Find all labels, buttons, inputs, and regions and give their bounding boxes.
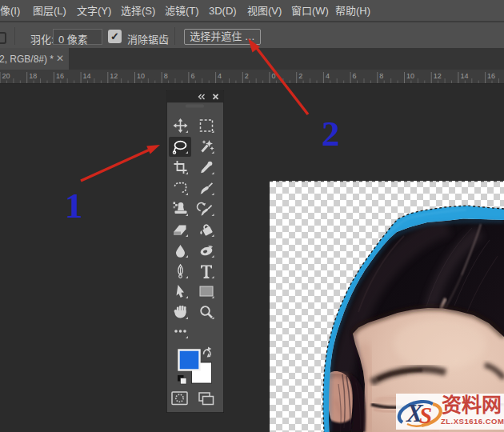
svg-text:4: 4 xyxy=(218,72,222,80)
svg-text:12: 12 xyxy=(110,72,118,80)
svg-text:18: 18 xyxy=(29,72,37,80)
svg-text:6: 6 xyxy=(190,72,194,80)
svg-text:2: 2 xyxy=(245,72,249,80)
svg-text:16: 16 xyxy=(487,72,495,80)
svg-text:10: 10 xyxy=(406,72,414,80)
svg-text:6: 6 xyxy=(353,72,357,80)
svg-text:8: 8 xyxy=(164,72,168,80)
svg-text:16: 16 xyxy=(56,72,64,80)
svg-text:14: 14 xyxy=(83,72,91,80)
svg-text:1: 1 xyxy=(65,186,83,226)
svg-text:2: 2 xyxy=(322,114,340,154)
svg-text:S: S xyxy=(419,402,432,428)
svg-text:4: 4 xyxy=(326,72,330,80)
svg-text:20: 20 xyxy=(2,72,10,80)
svg-text:0: 0 xyxy=(272,72,276,80)
svg-text:14: 14 xyxy=(460,72,468,80)
svg-text:8: 8 xyxy=(379,72,383,80)
svg-text:12: 12 xyxy=(434,72,442,80)
svg-text:10: 10 xyxy=(137,72,145,80)
svg-text:2: 2 xyxy=(298,72,302,80)
